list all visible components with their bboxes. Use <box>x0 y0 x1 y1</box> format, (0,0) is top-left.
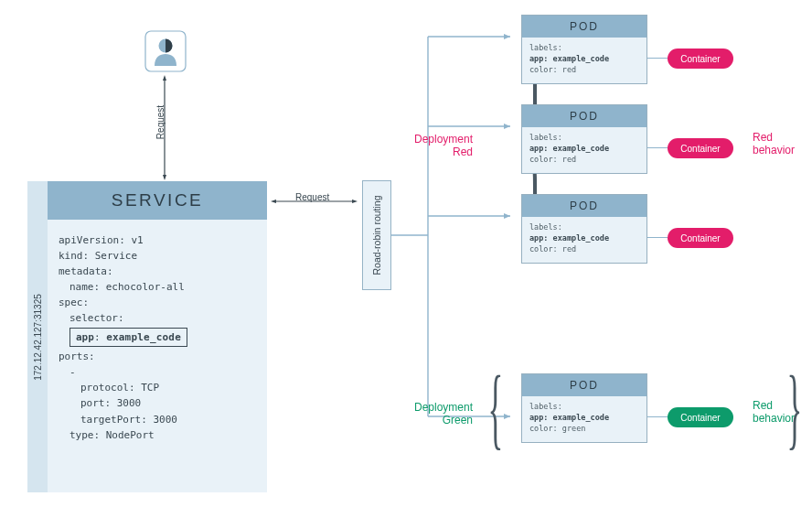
pod-app: app: example_code <box>529 54 639 65</box>
brace-left-green: { <box>488 367 504 449</box>
container-badge-red: Container <box>668 49 733 69</box>
yaml-line: - <box>59 364 256 380</box>
svg-marker-7 <box>352 200 358 203</box>
svg-marker-4 <box>163 175 166 180</box>
service-yaml: apiVersion: v1 kind: Service metadata: n… <box>48 220 267 452</box>
yaml-line: spec: <box>59 295 256 310</box>
container-badge-red: Container <box>668 138 733 158</box>
yaml-line: selector: <box>59 310 256 326</box>
pod-color: color: red <box>529 65 639 76</box>
service-ip-strip: 172.12.42.127:31325 <box>27 181 48 492</box>
yaml-line: protocol: TCP <box>59 380 256 395</box>
pod-box: POD labels: app: example_code color: red <box>521 194 647 264</box>
service-header: SERVICE <box>48 181 267 220</box>
yaml-line: name: echocolor-all <box>59 279 256 295</box>
svg-marker-6 <box>271 200 276 203</box>
svg-marker-3 <box>163 75 166 81</box>
pod-labels: labels: <box>529 133 639 144</box>
pod-connector <box>647 416 668 417</box>
yaml-line: port: 3000 <box>59 395 256 411</box>
pod-box: POD labels: app: example_code color: red <box>521 15 647 84</box>
pod-connector <box>647 58 668 59</box>
pod-header: POD <box>522 105 646 127</box>
service-box: 172.12.42.127:31325 SERVICE apiVersion: … <box>27 181 267 492</box>
pod-box: POD labels: app: example_code color: red <box>521 104 647 174</box>
request-label-vertical: Request <box>155 105 166 139</box>
pod-labels: labels: <box>529 402 639 413</box>
pod-box: POD labels: app: example_code color: gre… <box>521 373 647 443</box>
behavior-green-label: Red behavior <box>753 399 811 425</box>
pod-color: color: red <box>529 244 639 255</box>
svg-marker-10 <box>504 213 510 219</box>
behavior-red-label: Red behavior <box>753 131 811 156</box>
pod-app: app: example_code <box>529 413 639 424</box>
selector-value: example_code <box>106 331 181 343</box>
pod-header: POD <box>522 195 646 217</box>
yaml-line: metadata: <box>59 264 256 279</box>
router-label: Road-robin routing <box>371 196 382 275</box>
router-box: Road-robin routing <box>362 180 391 290</box>
yaml-line: apiVersion: v1 <box>59 232 256 248</box>
svg-marker-11 <box>504 414 510 419</box>
pod-header: POD <box>522 16 646 38</box>
pod-color: color: green <box>529 424 639 435</box>
request-label-horizontal: Request <box>295 192 329 202</box>
pod-header: POD <box>522 374 646 396</box>
pod-color: color: red <box>529 155 639 166</box>
deployment-red-label: Deployment Red <box>396 133 473 158</box>
yaml-line: kind: Service <box>59 248 256 264</box>
selector-box: app: example_code <box>69 328 187 347</box>
user-icon <box>144 29 187 73</box>
pod-app: app: example_code <box>529 144 639 155</box>
yaml-line: ports: <box>59 349 256 364</box>
pod-labels: labels: <box>529 222 639 233</box>
selector-key: app <box>76 331 94 343</box>
svg-marker-8 <box>504 34 510 39</box>
pod-connector <box>647 237 668 238</box>
service-ip: 172.12.42.127:31325 <box>33 294 43 381</box>
yaml-line: type: NodePort <box>59 427 256 443</box>
container-badge-red: Container <box>668 228 733 248</box>
pod-labels: labels: <box>529 43 639 54</box>
container-badge-green: Container <box>668 407 733 427</box>
yaml-line: targetPort: 3000 <box>59 412 256 427</box>
pod-app: app: example_code <box>529 233 639 244</box>
pod-connector <box>647 147 668 148</box>
svg-marker-9 <box>504 124 510 129</box>
deployment-green-label: Deployment Green <box>396 401 473 426</box>
